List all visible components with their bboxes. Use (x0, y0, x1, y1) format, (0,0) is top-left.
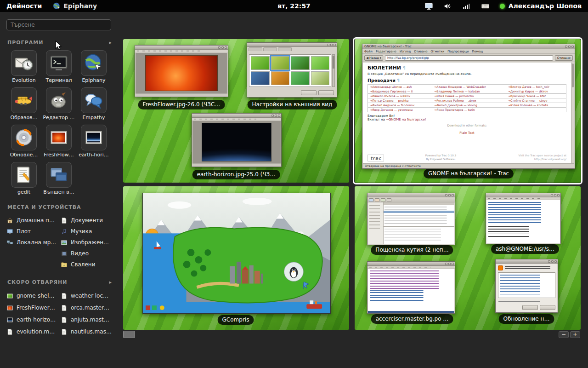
recent-item-nautilus-po[interactable]: nautilus.mas… (61, 326, 115, 338)
window-terminal[interactable] (486, 193, 561, 244)
window-title-pill: GNOME на български! - Trac (424, 169, 514, 178)
app-item-epiphany[interactable]: Epiphany (76, 50, 111, 83)
table-cell[interactable]: →Ивайло Вълков — ivalkov (368, 94, 432, 98)
recent-item-earth-horizon[interactable]: earth-horizo… (6, 314, 61, 326)
place-item-network[interactable]: Локална мр… (6, 237, 61, 248)
volume-icon[interactable] (443, 2, 452, 11)
display-icon[interactable] (424, 2, 433, 11)
table-cell[interactable]: →Александър Шопов — ash (368, 85, 432, 89)
table-cell[interactable]: →Владимир Петков — kaladan (432, 89, 506, 94)
app-menu[interactable]: Epiphany (48, 2, 102, 10)
table-cell[interactable]: →Атанас Кошарев — WebCrusader (432, 85, 506, 89)
app-grid: Evolution Терминал Epiphany Образов… Ред… (6, 50, 115, 195)
window-button (548, 260, 550, 263)
workspace-switcher-tab[interactable] (123, 331, 135, 338)
activities-button[interactable]: Дейности (0, 0, 48, 12)
window-button (218, 46, 220, 49)
window-menubar (135, 50, 228, 52)
window-button (275, 115, 277, 117)
scrollbar[interactable] (571, 63, 574, 163)
chevron-right-icon[interactable]: ▸ (109, 279, 112, 285)
recent-item-weather-locations[interactable]: weather-loc… (61, 290, 115, 302)
place-item-pictures[interactable]: Изображен… (61, 237, 115, 248)
window-vim-po-file[interactable] (367, 261, 455, 314)
table-cell[interactable]: →Димитър Киров — dkirov (506, 89, 566, 94)
team-link[interactable]: →GNOME на български! (386, 118, 426, 121)
place-item-documents[interactable]: Документи (61, 215, 115, 226)
app-tile (81, 50, 107, 76)
chevron-right-icon[interactable]: ▸ (109, 40, 112, 46)
table-cell[interactable]: →Илия Пенев — picholicho (432, 94, 506, 98)
table-cell[interactable]: →Юлия Волкова — konfeta (506, 103, 566, 108)
remove-workspace-button[interactable]: − (559, 331, 569, 338)
app-item-gcompris[interactable]: Образов… (6, 87, 41, 121)
window-button (571, 46, 574, 48)
app-item-gedit[interactable]: gedit (6, 162, 41, 195)
table-cell[interactable]: →Стойчо Станчев — stoyo (506, 98, 566, 103)
plain-text-link[interactable]: Plain Text (459, 131, 474, 135)
dialog-buttons (301, 90, 334, 95)
table-cell[interactable]: →Филип Андонов — fandonov (368, 103, 432, 108)
workspace-3[interactable]: GCompris (123, 186, 349, 330)
back-button[interactable]: ◀Назад▾ (364, 55, 383, 61)
table-cell[interactable]: →Виктор Дачев — tech_noir (506, 85, 566, 89)
recent-item-evolution-po[interactable]: evolution.m… (6, 326, 61, 338)
table-cell[interactable]: →Явор Доганов — yavorescu (368, 108, 432, 112)
window-statusbar (136, 93, 227, 96)
user-menu[interactable]: Александър Шопов (500, 2, 582, 10)
app-item-evolution[interactable]: Evolution (6, 50, 41, 83)
window-earth-horizon-gimp[interactable] (192, 113, 282, 167)
app-item-terminal[interactable]: Терминал (41, 50, 76, 83)
search-input[interactable] (6, 19, 111, 30)
terminal-icon (49, 53, 68, 73)
window-update-manager[interactable] (495, 259, 558, 313)
recent-item-gnome-shell[interactable]: gnome-shel… (6, 290, 61, 302)
place-item-video[interactable]: Видео (61, 248, 115, 259)
place-item-downloads[interactable]: Свалени (61, 259, 115, 270)
network-signal-icon[interactable] (462, 2, 471, 11)
app-item-appearance[interactable]: Външен в… (41, 162, 76, 195)
place-item-music[interactable]: Музика (61, 226, 115, 237)
workspace-2-active[interactable]: GNOME на български! - Trac Файл Редактир… (355, 39, 581, 183)
address-bar[interactable]: http://fsa-bg.org/project/gtp (385, 55, 553, 61)
table-cell[interactable]: →Филип Димитров — xboing (432, 103, 506, 108)
window-epiphany-trac[interactable]: GNOME на български! - Trac Файл Редактир… (362, 44, 575, 169)
mail-toolbar (368, 197, 455, 202)
place-item-home[interactable]: Домашна п… (6, 215, 61, 226)
table-cell[interactable]: →Ростислав Райков — zbrox (432, 98, 506, 103)
recent-item-anjuta-po[interactable]: anjuta.mast… (61, 314, 115, 326)
table-cell[interactable]: →Красимир Чонов — bfaf (506, 94, 566, 98)
page-content: БЮЛЕТИНИ ¶ В секция „Бюлетини“ са период… (363, 63, 571, 163)
table-cell[interactable]: →Владимира Гиргинова — ii (368, 89, 432, 94)
recent-item-orca-po[interactable]: orca.master… (61, 302, 115, 314)
go-button[interactable]: Отиване (555, 55, 573, 61)
user-name: Александър Шопов (509, 2, 582, 10)
app-label: Обновле… (6, 152, 41, 158)
window-button (452, 263, 454, 265)
window-freshflower-gimp[interactable] (135, 45, 228, 97)
window-appearance-settings[interactable] (247, 42, 337, 98)
app-tile (11, 162, 37, 188)
app-item-freshflower[interactable]: FreshFlow… (41, 125, 76, 158)
recent-item-freshflower[interactable]: FreshFlower… (6, 302, 61, 314)
thanks-text: Благодарим Ви! (368, 114, 566, 118)
window-evolution-mail[interactable] (367, 193, 455, 245)
keyboard-icon[interactable] (481, 2, 490, 11)
workspace-1[interactable]: FreshFlower.jpg-26.0 (ЧЗС… Настройки на … (123, 39, 349, 183)
app-item-empathy[interactable]: Empathy (76, 87, 111, 121)
page-footer: trac Powered by Trac 0.10.3By Edgewall S… (368, 154, 566, 161)
table-cell[interactable] (506, 108, 566, 112)
app-item-earth-horizon[interactable]: earth-hori… (76, 125, 111, 158)
browser-menubar: Файл Редактиране Изглед Отиване Отметки … (362, 49, 575, 54)
app-item-gimp[interactable]: Редактор … (41, 87, 76, 121)
place-item-desktop[interactable]: Плот (6, 226, 61, 237)
clock[interactable]: вт, 22:57 (277, 2, 311, 10)
add-workspace-button[interactable]: + (570, 331, 580, 338)
window-gcompris[interactable] (142, 193, 331, 314)
workspace-4[interactable]: Пощенска кутия (2 неп… ash@GNOME:/usr/s…… (355, 186, 581, 330)
text-file-icon (61, 305, 68, 311)
table-cell[interactable]: →Петър Славов — peshka (368, 98, 432, 103)
table-cell[interactable]: →Ясен Праматаров — turin (432, 108, 506, 112)
app-item-software-update[interactable]: Обновле… (6, 125, 41, 158)
desktop-icon (6, 228, 13, 235)
